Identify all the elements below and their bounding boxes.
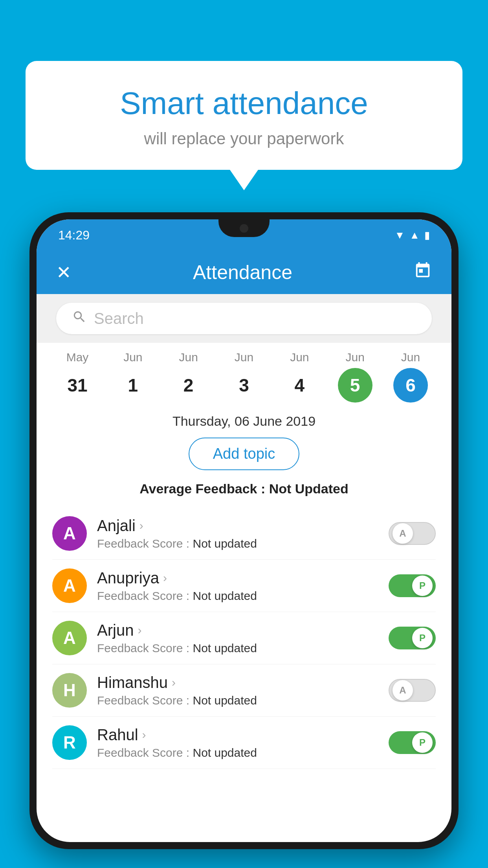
bubble-title: Smart attendance [57, 85, 431, 122]
student-feedback-0: Feedback Score : Not updated [97, 537, 378, 550]
average-feedback-value: Not Updated [269, 481, 349, 496]
student-feedback-2: Feedback Score : Not updated [97, 642, 378, 655]
notch [218, 219, 270, 237]
cal-num-3: 3 [227, 368, 261, 403]
attendance-toggle-4[interactable]: P [389, 731, 436, 754]
toggle-knob-0: A [393, 523, 413, 544]
toggle-knob-4: P [412, 732, 433, 753]
app-bar: ✕ Attendance [37, 251, 451, 294]
student-avatar-2: A [52, 621, 87, 655]
cal-month-6: Jun [401, 351, 420, 364]
student-name-3: Himanshu › [97, 674, 378, 691]
student-info-3: Himanshu ›Feedback Score : Not updated [97, 674, 378, 707]
bubble-subtitle: will replace your paperwork [57, 129, 431, 148]
calendar-day-5[interactable]: Jun5 [330, 351, 380, 403]
cal-num-5: 5 [338, 368, 372, 403]
attendance-toggle-3[interactable]: A [389, 679, 436, 702]
chevron-icon-3: › [172, 676, 176, 689]
toggle-knob-1: P [412, 576, 433, 596]
search-container: Search [37, 294, 451, 343]
speech-bubble: Smart attendance will replace your paper… [26, 61, 462, 170]
app-bar-title: Attendance [72, 261, 414, 284]
student-info-0: Anjali ›Feedback Score : Not updated [97, 517, 378, 550]
student-avatar-0: A [52, 516, 87, 551]
battery-icon [424, 229, 430, 241]
phone-inner: 14:29 ✕ Attendance [37, 219, 451, 842]
cal-month-5: Jun [345, 351, 364, 364]
calendar-day-2[interactable]: Jun2 [163, 351, 214, 403]
chevron-icon-2: › [138, 623, 141, 637]
student-avatar-3: H [52, 673, 87, 708]
student-name-2: Arjun › [97, 622, 378, 639]
attendance-toggle-2[interactable]: P [389, 627, 436, 649]
calendar-day-4[interactable]: Jun4 [274, 351, 325, 403]
calendar-day-3[interactable]: Jun3 [219, 351, 269, 403]
calendar-day-6[interactable]: Jun6 [385, 351, 436, 403]
calendar-day-1[interactable]: Jun1 [108, 351, 158, 403]
student-info-4: Rahul ›Feedback Score : Not updated [97, 726, 378, 760]
chevron-icon-1: › [163, 571, 167, 585]
average-feedback-label: Average Feedback : [139, 481, 265, 496]
chevron-icon-0: › [139, 519, 143, 532]
status-time: 14:29 [58, 228, 90, 243]
status-bar: 14:29 [37, 219, 451, 251]
student-info-1: Anupriya ›Feedback Score : Not updated [97, 569, 378, 603]
attendance-toggle-1[interactable]: P [389, 574, 436, 597]
wifi-icon [395, 229, 405, 241]
student-feedback-1: Feedback Score : Not updated [97, 589, 378, 603]
student-feedback-3: Feedback Score : Not updated [97, 694, 378, 707]
student-avatar-4: R [52, 725, 87, 760]
student-row-0[interactable]: AAnjali ›Feedback Score : Not updatedA [52, 508, 436, 560]
student-row-2[interactable]: AArjun ›Feedback Score : Not updatedP [52, 612, 436, 664]
calendar-strip: May31Jun1Jun2Jun3Jun4Jun5Jun6 [37, 343, 451, 406]
student-list: AAnjali ›Feedback Score : Not updatedAAA… [37, 508, 451, 769]
speech-bubble-container: Smart attendance will replace your paper… [26, 61, 462, 170]
close-button[interactable]: ✕ [56, 262, 72, 283]
cal-month-0: May [66, 351, 89, 364]
toggle-knob-2: P [412, 628, 433, 648]
calendar-icon-button[interactable] [414, 261, 432, 284]
student-name-0: Anjali › [97, 517, 378, 535]
toggle-knob-3: A [393, 680, 413, 701]
selected-date-label: Thursday, 06 June 2019 [37, 414, 451, 429]
cal-num-1: 1 [116, 368, 150, 403]
cal-month-4: Jun [290, 351, 309, 364]
add-topic-button[interactable]: Add topic [189, 438, 299, 470]
camera-dot [240, 224, 248, 233]
student-row-4[interactable]: RRahul ›Feedback Score : Not updatedP [52, 717, 436, 769]
cal-month-3: Jun [235, 351, 253, 364]
cal-month-2: Jun [179, 351, 198, 364]
student-row-3[interactable]: HHimanshu ›Feedback Score : Not updatedA [52, 664, 436, 717]
search-bar[interactable]: Search [56, 303, 432, 334]
search-input-placeholder: Search [94, 310, 144, 327]
cal-num-6: 6 [393, 368, 428, 403]
student-avatar-1: A [52, 568, 87, 603]
search-icon [72, 309, 87, 328]
cal-month-1: Jun [123, 351, 142, 364]
signal-icon [409, 229, 420, 241]
attendance-toggle-0[interactable]: A [389, 522, 436, 545]
student-feedback-4: Feedback Score : Not updated [97, 746, 378, 760]
cal-num-2: 2 [171, 368, 206, 403]
student-info-2: Arjun ›Feedback Score : Not updated [97, 622, 378, 655]
student-row-1[interactable]: AAnupriya ›Feedback Score : Not updatedP [52, 560, 436, 612]
chevron-icon-4: › [142, 728, 146, 741]
student-name-1: Anupriya › [97, 569, 378, 587]
cal-num-4: 4 [282, 368, 317, 403]
phone-frame: 14:29 ✕ Attendance [29, 212, 459, 849]
average-feedback: Average Feedback : Not Updated [37, 481, 451, 497]
cal-num-0: 31 [60, 368, 95, 403]
status-icons [395, 229, 430, 241]
student-name-4: Rahul › [97, 726, 378, 744]
calendar-day-0[interactable]: May31 [52, 351, 103, 403]
